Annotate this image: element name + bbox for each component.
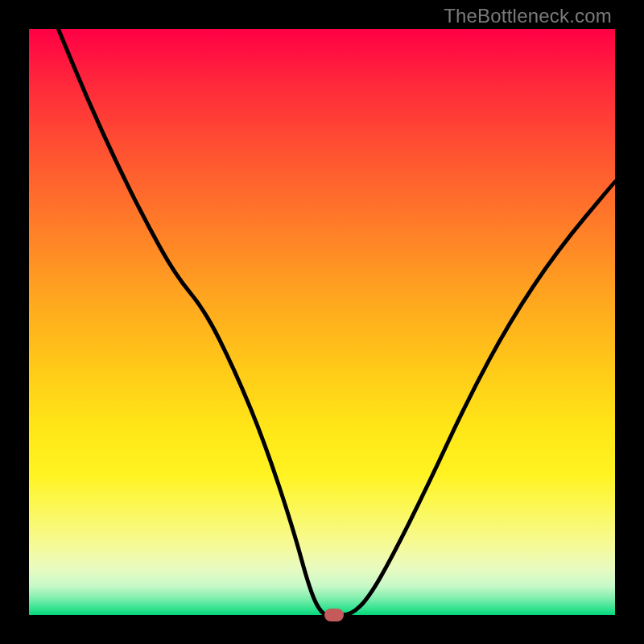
- plot-area: [29, 29, 615, 615]
- curve-path: [58, 29, 615, 615]
- chart-frame: TheBottleneck.com: [0, 0, 644, 644]
- bottleneck-curve: [29, 29, 615, 615]
- optimal-point-marker: [324, 609, 344, 621]
- watermark-text: TheBottleneck.com: [444, 5, 612, 27]
